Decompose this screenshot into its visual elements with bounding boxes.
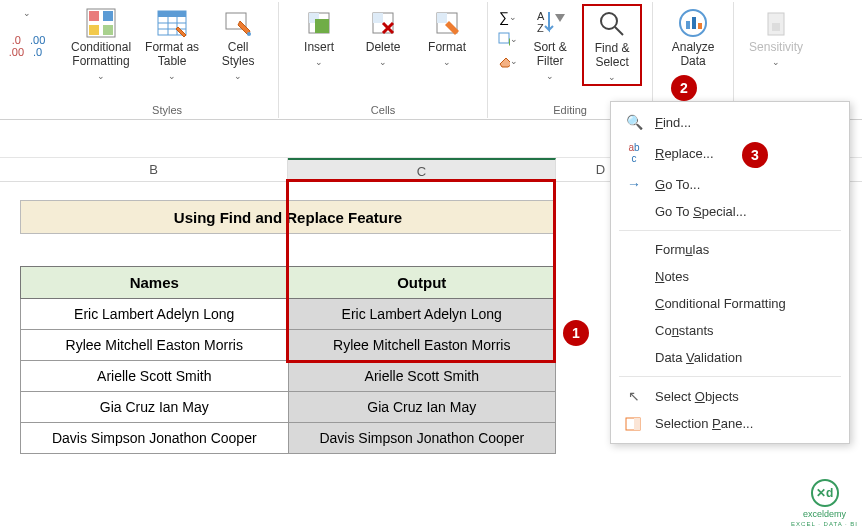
increase-decimal-button[interactable]: .0.00: [9, 34, 24, 58]
cell[interactable]: Davis Simpson Jonathon Cooper: [288, 423, 556, 454]
menu-constants[interactable]: Constants: [611, 317, 849, 344]
menu-conditional-formatting[interactable]: Conditional Formatting: [611, 290, 849, 317]
callout-2: 2: [671, 75, 697, 101]
logo-subtext: EXCEL · DATA · BI: [791, 521, 858, 527]
analyze-data-icon: [677, 7, 709, 39]
cell[interactable]: Eric Lambert Adelyn Long: [21, 299, 289, 330]
svg-line-24: [615, 27, 623, 35]
menu-select-objects[interactable]: ↖Select Objects: [611, 382, 849, 410]
goto-icon: →: [625, 176, 643, 192]
replace-icon: abc: [625, 142, 643, 164]
table-row: Arielle Scott SmithArielle Scott Smith: [21, 361, 556, 392]
svg-rect-20: [499, 33, 509, 43]
menu-formulas[interactable]: Formulas: [611, 236, 849, 263]
format-icon: [431, 7, 463, 39]
insert-icon: [303, 7, 335, 39]
number-group-tail: ⌄ .0.00 .00.0: [0, 2, 56, 58]
find-select-icon: [596, 8, 628, 40]
sort-filter-icon: AZ: [534, 7, 566, 39]
cell[interactable]: Gia Cruz Ian May: [288, 392, 556, 423]
find-select-menu: 🔍Find... abcReplace... →Go To... Go To S…: [610, 101, 850, 444]
svg-rect-6: [158, 11, 186, 17]
conditional-formatting-button[interactable]: Conditional Formatting⌄: [66, 4, 136, 84]
cell[interactable]: Rylee Mitchell Easton Morris: [288, 330, 556, 361]
delete-icon: [367, 7, 399, 39]
cell[interactable]: Gia Cruz Ian May: [21, 392, 289, 423]
svg-rect-3: [89, 25, 99, 35]
conditional-formatting-icon: [85, 7, 117, 39]
styles-group: Conditional Formatting⌄ Format as Table⌄…: [56, 2, 279, 118]
clear-button[interactable]: ⌄: [498, 52, 518, 70]
svg-rect-1: [89, 11, 99, 21]
header-output[interactable]: Output: [288, 267, 556, 299]
format-button[interactable]: Format⌄: [417, 4, 477, 70]
table-row: Eric Lambert Adelyn LongEric Lambert Ade…: [21, 299, 556, 330]
cell-styles-icon: [222, 7, 254, 39]
logo-text: exceldemy: [803, 509, 846, 519]
menu-goto-special[interactable]: Go To Special...: [611, 198, 849, 225]
header-names[interactable]: Names: [21, 267, 289, 299]
svg-rect-32: [634, 418, 640, 430]
menu-goto[interactable]: →Go To...: [611, 170, 849, 198]
delete-button[interactable]: Delete⌄: [353, 4, 413, 70]
decrease-decimal-button[interactable]: .00.0: [30, 34, 45, 58]
svg-rect-2: [103, 11, 113, 21]
analyze-data-button[interactable]: Analyze Data: [663, 4, 723, 72]
svg-text:A: A: [537, 10, 545, 22]
fill-button[interactable]: ⌄: [498, 30, 518, 48]
menu-selection-pane[interactable]: Selection Pane...: [611, 410, 849, 437]
svg-text:Z: Z: [537, 22, 544, 34]
svg-rect-15: [315, 19, 329, 33]
svg-rect-28: [698, 23, 702, 29]
cell[interactable]: Rylee Mitchell Easton Morris: [21, 330, 289, 361]
callout-1: 1: [563, 320, 589, 346]
data-table: Names Output Eric Lambert Adelyn LongEri…: [20, 266, 556, 454]
cursor-icon: ↖: [625, 388, 643, 404]
cell[interactable]: Arielle Scott Smith: [21, 361, 289, 392]
table-row: Davis Simpson Jonathon CooperDavis Simps…: [21, 423, 556, 454]
menu-data-validation[interactable]: Data Validation: [611, 344, 849, 371]
svg-rect-17: [373, 13, 383, 23]
search-icon: 🔍: [625, 114, 643, 130]
editing-group-label: Editing: [553, 104, 587, 118]
table-header-row: Names Output: [21, 267, 556, 299]
autosum-button[interactable]: ∑ ⌄: [498, 8, 518, 26]
cell[interactable]: Arielle Scott Smith: [288, 361, 556, 392]
cell-styles-button[interactable]: Cell Styles⌄: [208, 4, 268, 84]
callout-3: 3: [742, 142, 768, 168]
svg-point-12: [247, 32, 251, 36]
sensitivity-button: Sensitivity⌄: [744, 4, 808, 70]
exceldemy-logo: ✕d exceldemy EXCEL · DATA · BI: [791, 479, 858, 527]
sensitivity-icon: [760, 7, 792, 39]
find-select-button[interactable]: Find & Select⌄: [582, 4, 642, 86]
cells-group: Insert⌄ Delete⌄ Format⌄ Cells: [279, 2, 488, 118]
menu-replace[interactable]: abcReplace...: [611, 136, 849, 170]
menu-find[interactable]: 🔍Find...: [611, 108, 849, 136]
cell[interactable]: Davis Simpson Jonathon Cooper: [21, 423, 289, 454]
cells-group-label: Cells: [371, 104, 395, 118]
insert-button[interactable]: Insert⌄: [289, 4, 349, 70]
cell[interactable]: Eric Lambert Adelyn Long: [288, 299, 556, 330]
title-cell[interactable]: Using Find and Replace Feature: [20, 200, 556, 234]
svg-rect-4: [103, 25, 113, 35]
sort-filter-button[interactable]: AZ Sort & Filter⌄: [520, 4, 580, 84]
col-header-c[interactable]: C: [288, 158, 556, 181]
svg-rect-26: [686, 21, 690, 29]
table-row: Rylee Mitchell Easton MorrisRylee Mitche…: [21, 330, 556, 361]
format-as-table-button[interactable]: Format as Table⌄: [140, 4, 204, 84]
svg-rect-19: [437, 13, 447, 23]
col-header-b[interactable]: B: [20, 158, 288, 181]
pane-icon: [625, 417, 643, 431]
svg-rect-27: [692, 17, 696, 29]
svg-point-23: [601, 13, 617, 29]
number-format-dropdown[interactable]: ⌄: [23, 8, 31, 18]
table-row: Gia Cruz Ian MayGia Cruz Ian May: [21, 392, 556, 423]
format-as-table-icon: [156, 7, 188, 39]
styles-group-label: Styles: [152, 104, 182, 118]
menu-notes[interactable]: Notes: [611, 263, 849, 290]
svg-rect-30: [772, 23, 780, 31]
